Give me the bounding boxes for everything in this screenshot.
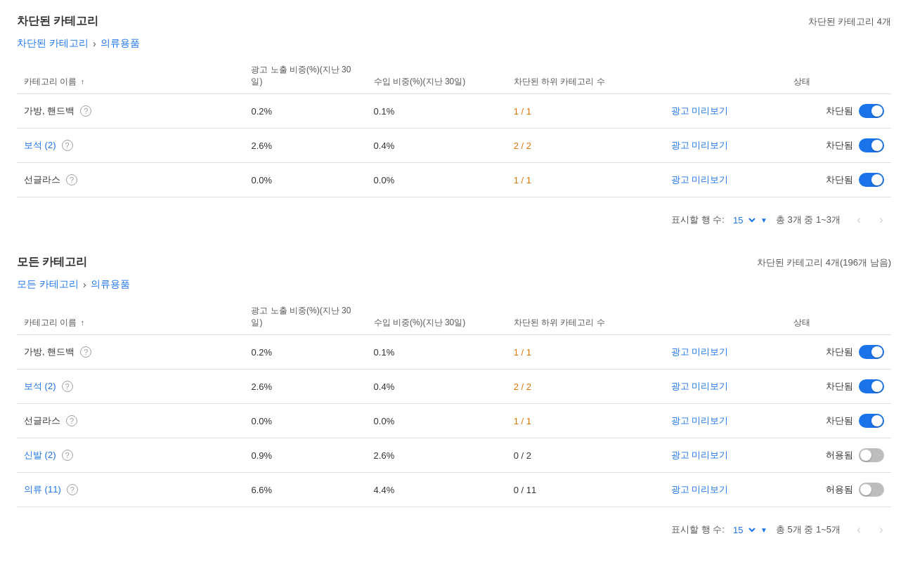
category-name-link[interactable]: 보석 (2)	[24, 380, 56, 393]
help-icon[interactable]: ?	[62, 381, 73, 392]
cell-preview: 광고 미리보기	[664, 370, 786, 404]
all-section-header: 모든 카테고리 차단된 카테고리 4개(196개 남음)	[17, 255, 891, 270]
table-row: 신발 (2)?0.9%2.6%0 / 2광고 미리보기허용됨	[17, 438, 891, 473]
cell-name: 선글라스?	[17, 163, 244, 197]
sort-arrow[interactable]: ↑	[81, 77, 85, 86]
all-breadcrumb-parent[interactable]: 모든 카테고리	[17, 278, 79, 291]
cell-revenue: 4.4%	[367, 473, 507, 507]
ad-preview-link[interactable]: 광고 미리보기	[671, 346, 729, 357]
blocked-next-page-button[interactable]: ›	[871, 210, 891, 230]
status-toggle[interactable]	[859, 379, 884, 393]
status-toggle[interactable]	[859, 173, 884, 187]
cell-exposure: 0.0%	[244, 404, 366, 438]
blocked-page-info: 총 3개 중 1~3개	[776, 214, 841, 226]
help-icon[interactable]: ?	[67, 484, 78, 495]
status-label: 차단됨	[826, 139, 853, 152]
cell-revenue: 0.1%	[367, 335, 507, 370]
help-icon[interactable]: ?	[66, 174, 77, 185]
cell-blocked-sub: 2 / 2	[507, 370, 664, 404]
all-rows-dropdown-icon: ▼	[760, 526, 767, 534]
blocked-rows-select[interactable]: 15 25 50	[727, 213, 758, 228]
table-row: 보석 (2)?2.6%0.4%2 / 2광고 미리보기차단됨	[17, 129, 891, 163]
blocked-rows-dropdown-icon: ▼	[760, 216, 767, 224]
cell-revenue: 0.0%	[367, 404, 507, 438]
blocked-page-nav: ‹ ›	[849, 210, 891, 230]
ad-preview-link[interactable]: 광고 미리보기	[671, 105, 729, 116]
cell-name: 보석 (2)?	[17, 129, 244, 163]
table-row: 선글라스?0.0%0.0%1 / 1광고 미리보기차단됨	[17, 163, 891, 197]
status-toggle[interactable]	[859, 138, 884, 152]
blocked-breadcrumb-parent[interactable]: 차단된 카테고리	[17, 37, 89, 50]
status-toggle[interactable]	[859, 448, 884, 462]
all-breadcrumb-child[interactable]: 의류용품	[91, 278, 130, 291]
cell-blocked-sub: 0 / 2	[507, 438, 664, 473]
help-icon[interactable]: ?	[80, 105, 91, 117]
help-icon[interactable]: ?	[62, 450, 73, 461]
ad-preview-link[interactable]: 광고 미리보기	[671, 415, 729, 426]
cell-name: 보석 (2)?	[17, 370, 244, 404]
cell-preview: 광고 미리보기	[664, 335, 786, 370]
status-label: 허용됨	[826, 449, 853, 462]
ad-preview-link[interactable]: 광고 미리보기	[671, 140, 729, 150]
cell-revenue: 2.6%	[367, 438, 507, 473]
all-next-page-button[interactable]: ›	[871, 520, 891, 540]
cell-blocked-sub: 1 / 1	[507, 94, 664, 129]
all-rows-selector: 표시할 행 수: 15 25 50 ▼	[671, 523, 767, 537]
blocked-prev-page-button[interactable]: ‹	[849, 210, 869, 230]
blocked-section-header: 차단된 카테고리 차단된 카테고리 4개	[17, 14, 891, 29]
category-name-link[interactable]: 의류 (11)	[24, 483, 61, 496]
blocked-section-count: 차단된 카테고리 4개	[808, 15, 891, 28]
cell-status: 차단됨	[786, 129, 891, 163]
help-icon[interactable]: ?	[66, 415, 77, 426]
status-label: 차단됨	[826, 414, 853, 427]
cell-revenue: 0.4%	[367, 370, 507, 404]
blocked-breadcrumb-sep: ›	[93, 38, 96, 49]
ad-preview-link[interactable]: 광고 미리보기	[671, 174, 729, 185]
cell-revenue: 0.0%	[367, 163, 507, 197]
status-toggle[interactable]	[859, 104, 884, 118]
all-breadcrumb-sep: ›	[83, 279, 86, 290]
blocked-pagination: 표시할 행 수: 15 25 50 ▼ 총 3개 중 1~3개 ‹ ›	[17, 203, 891, 241]
help-icon[interactable]: ?	[80, 346, 91, 358]
category-name-link[interactable]: 신발 (2)	[24, 449, 56, 462]
blocked-breadcrumb-child[interactable]: 의류용품	[100, 37, 140, 50]
status-label: 차단됨	[826, 380, 853, 393]
status-toggle[interactable]	[859, 414, 884, 428]
cell-name: 신발 (2)?	[17, 438, 244, 473]
all-sort-arrow[interactable]: ↑	[81, 318, 85, 327]
ad-preview-link[interactable]: 광고 미리보기	[671, 450, 729, 460]
status-toggle[interactable]	[859, 345, 884, 359]
status-toggle[interactable]	[859, 483, 884, 497]
category-name-text: 가방, 핸드백	[24, 346, 74, 358]
blocked-section-title: 차단된 카테고리	[17, 14, 98, 29]
cell-preview: 광고 미리보기	[664, 438, 786, 473]
all-th-preview	[664, 299, 786, 335]
th-exposure: 광고 노출 비중(%)(지난 30일)	[244, 58, 366, 94]
all-rows-select[interactable]: 15 25 50	[727, 523, 758, 537]
ad-preview-link[interactable]: 광고 미리보기	[671, 484, 729, 495]
help-icon[interactable]: ?	[62, 140, 73, 151]
all-th-revenue: 수입 비중(%)(지난 30일)	[367, 299, 507, 335]
th-name: 카테고리 이름 ↑	[17, 58, 244, 94]
ad-preview-link[interactable]: 광고 미리보기	[671, 381, 729, 391]
all-rows-label: 표시할 행 수:	[671, 523, 725, 536]
all-section-title: 모든 카테고리	[17, 255, 87, 270]
all-th-name: 카테고리 이름 ↑	[17, 299, 244, 335]
blocked-section: 차단된 카테고리 차단된 카테고리 4개 차단된 카테고리 › 의류용품 카테고…	[17, 14, 891, 241]
category-name-text: 선글라스	[24, 174, 60, 186]
cell-exposure: 2.6%	[244, 370, 366, 404]
cell-blocked-sub: 1 / 1	[507, 335, 664, 370]
all-section: 모든 카테고리 차단된 카테고리 4개(196개 남음) 모든 카테고리 › 의…	[17, 255, 891, 551]
all-prev-page-button[interactable]: ‹	[849, 520, 869, 540]
cell-exposure: 0.2%	[244, 94, 366, 129]
category-name-link[interactable]: 보석 (2)	[24, 139, 56, 152]
blocked-table-header-row: 카테고리 이름 ↑ 광고 노출 비중(%)(지난 30일) 수입 비중(%)(지…	[17, 58, 891, 94]
table-row: 가방, 핸드백?0.2%0.1%1 / 1광고 미리보기차단됨	[17, 335, 891, 370]
blocked-rows-selector: 표시할 행 수: 15 25 50 ▼	[671, 213, 767, 228]
all-th-exposure: 광고 노출 비중(%)(지난 30일)	[244, 299, 366, 335]
cell-exposure: 0.2%	[244, 335, 366, 370]
category-name-text: 가방, 핸드백	[24, 105, 74, 117]
all-th-status: 상태	[786, 299, 891, 335]
status-label: 허용됨	[826, 483, 853, 496]
th-revenue: 수입 비중(%)(지난 30일)	[367, 58, 507, 94]
